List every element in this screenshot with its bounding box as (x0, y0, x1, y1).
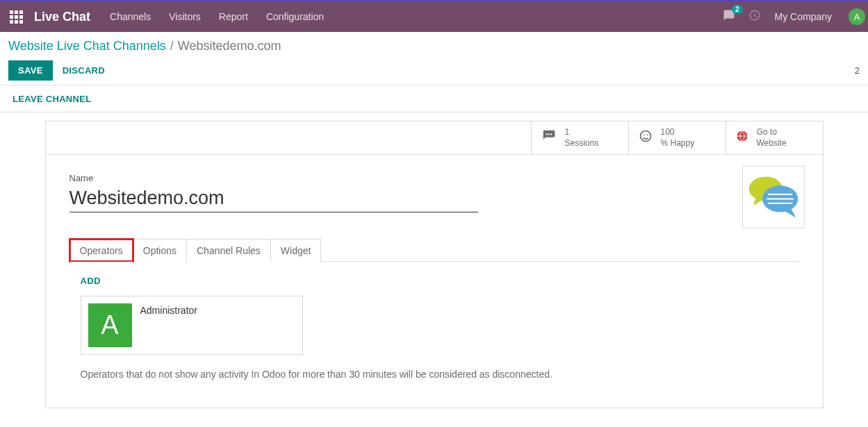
status-bar: LEAVE CHANNEL (0, 85, 868, 112)
clock-icon (748, 9, 761, 22)
svg-point-3 (640, 131, 650, 142)
sessions-count: 1 (565, 127, 599, 138)
tab-operators[interactable]: Operators (69, 239, 133, 262)
menu-report[interactable]: Report (219, 11, 248, 22)
happy-label: % Happy (661, 138, 695, 149)
menu-visitors[interactable]: Visitors (169, 11, 201, 22)
record-count: 2 (855, 65, 860, 76)
globe-icon (736, 130, 748, 146)
goto-label-1: Go to (757, 127, 787, 138)
stat-sessions[interactable]: 1 Sessions (531, 122, 628, 154)
tab-channel-rules[interactable]: Channel Rules (186, 239, 271, 262)
discard-button[interactable]: DISCARD (63, 65, 105, 76)
svg-point-1 (548, 133, 549, 135)
add-operator-button[interactable]: ADD (81, 276, 101, 286)
user-avatar[interactable]: A (849, 8, 865, 25)
activities-button[interactable] (748, 9, 761, 24)
svg-point-0 (546, 133, 547, 135)
happy-count: 100 (661, 127, 695, 138)
top-nav: Live Chat Channels Visitors Report Confi… (0, 0, 868, 32)
tab-options[interactable]: Options (133, 239, 187, 262)
channel-image[interactable] (742, 166, 805, 228)
stat-buttons-row: 1 Sessions 100 % Happy Go to Website (46, 122, 823, 155)
tab-content-operators: ADD A Administrator Operators that do no… (69, 262, 799, 380)
menu-configuration[interactable]: Configuration (266, 11, 324, 22)
message-count-badge: 2 (732, 5, 743, 14)
tabs: Operators Options Channel Rules Widget (69, 239, 799, 262)
svg-point-2 (550, 133, 552, 135)
breadcrumb-current: Websitedemo.com (178, 39, 281, 53)
sessions-label: Sessions (565, 138, 599, 149)
messages-button[interactable]: 2 (722, 9, 736, 24)
menu-channels[interactable]: Channels (110, 11, 151, 22)
breadcrumb-separator: / (170, 39, 174, 53)
operator-avatar: A (88, 303, 132, 347)
stat-happy[interactable]: 100 % Happy (628, 122, 726, 154)
svg-point-5 (646, 135, 648, 136)
smiley-icon (639, 129, 653, 146)
operators-note: Operators that do not show any activity … (81, 369, 788, 380)
operator-name: Administrator (140, 303, 197, 316)
apps-icon[interactable] (10, 10, 23, 24)
svg-point-4 (643, 135, 644, 136)
app-title: Live Chat (34, 10, 90, 24)
chat-bubbles-icon (745, 172, 802, 222)
operator-card[interactable]: A Administrator (81, 296, 303, 355)
goto-label-2: Website (757, 138, 787, 149)
sessions-icon (541, 129, 557, 146)
save-button[interactable]: SAVE (8, 60, 53, 81)
leave-channel-button[interactable]: LEAVE CHANNEL (13, 94, 91, 104)
control-panel: Website Live Chat Channels / Websitedemo… (0, 32, 868, 81)
company-selector[interactable]: My Company (775, 11, 832, 22)
name-label: Name (69, 173, 799, 183)
breadcrumb: Website Live Chat Channels / Websitedemo… (8, 39, 860, 53)
name-input[interactable] (69, 186, 478, 212)
breadcrumb-parent[interactable]: Website Live Chat Channels (8, 39, 166, 53)
tab-widget[interactable]: Widget (270, 239, 322, 262)
form-sheet: 1 Sessions 100 % Happy Go to Website (45, 121, 824, 408)
stat-goto-website[interactable]: Go to Website (726, 122, 823, 154)
